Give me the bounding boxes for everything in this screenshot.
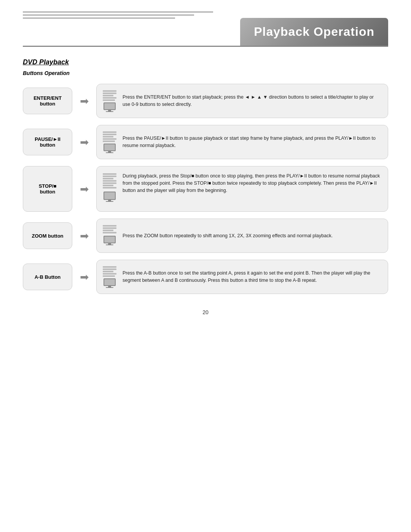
arrow-icon-2: ➡ bbox=[80, 136, 89, 149]
stop-desc-text: During playback, press the Stop/■ button… bbox=[123, 173, 382, 194]
enter-desc-text: Press the ENTER/ENT button to start play… bbox=[123, 94, 382, 108]
zoom-row: ZOOM button ➡ Press the ZOOM button repe… bbox=[23, 219, 388, 253]
sub-title: Buttons Operation bbox=[23, 70, 388, 76]
enter-button-label: ENTER/ENTbutton bbox=[23, 88, 72, 114]
pause-desc-text: Press the PAUSE/►II button to pause play… bbox=[123, 135, 382, 149]
svg-rect-36 bbox=[106, 244, 113, 245]
ab-desc-text: Press the A-B button once to set the sta… bbox=[123, 270, 382, 284]
svg-rect-21 bbox=[103, 180, 116, 182]
header-lines bbox=[23, 11, 213, 21]
svg-rect-28 bbox=[106, 201, 113, 202]
header: Playback Operation bbox=[0, 0, 411, 46]
svg-rect-11 bbox=[103, 136, 113, 137]
svg-rect-2 bbox=[103, 95, 113, 96]
svg-rect-45 bbox=[106, 287, 113, 288]
svg-rect-0 bbox=[103, 90, 116, 92]
arrow-icon-3: ➡ bbox=[80, 183, 89, 195]
monitor-icon-5 bbox=[102, 265, 117, 288]
svg-rect-41 bbox=[103, 275, 115, 277]
pause-button-label: PAUSE/►IIbutton bbox=[23, 129, 72, 155]
monitor-icon bbox=[102, 89, 117, 112]
svg-rect-20 bbox=[103, 178, 113, 179]
svg-rect-4 bbox=[103, 99, 115, 101]
svg-rect-18 bbox=[103, 173, 116, 175]
svg-rect-8 bbox=[106, 111, 113, 112]
ab-button-label: A-B Button bbox=[23, 264, 72, 290]
svg-rect-3 bbox=[103, 97, 116, 99]
monitor-icon-4 bbox=[102, 224, 117, 247]
svg-rect-37 bbox=[103, 266, 116, 268]
main-content: DVD Playback Buttons Operation ENTER/ENT… bbox=[0, 47, 411, 327]
ab-row: A-B Button ➡ Press the A-B button once t… bbox=[23, 260, 388, 294]
svg-rect-12 bbox=[103, 138, 116, 140]
svg-rect-24 bbox=[103, 187, 116, 189]
svg-rect-26 bbox=[104, 192, 115, 199]
section-title: DVD Playback bbox=[23, 58, 388, 66]
svg-rect-30 bbox=[103, 227, 116, 229]
svg-rect-13 bbox=[103, 141, 115, 142]
zoom-desc-text: Press the ZOOM button repeatedly to shif… bbox=[123, 232, 333, 240]
svg-rect-43 bbox=[104, 279, 115, 285]
svg-rect-38 bbox=[103, 268, 116, 270]
svg-rect-34 bbox=[104, 236, 115, 243]
zoom-button-label: ZOOM button bbox=[23, 222, 72, 249]
svg-rect-6 bbox=[104, 103, 115, 109]
svg-rect-39 bbox=[103, 271, 113, 272]
svg-rect-22 bbox=[103, 182, 116, 184]
svg-rect-23 bbox=[103, 185, 113, 186]
svg-rect-19 bbox=[103, 176, 116, 177]
arrow-icon-5: ➡ bbox=[80, 271, 89, 283]
arrow-icon: ➡ bbox=[80, 95, 89, 107]
ab-desc-box: Press the A-B button once to set the sta… bbox=[96, 260, 388, 294]
svg-rect-31 bbox=[103, 230, 113, 231]
pause-row: PAUSE/►IIbutton ➡ Press the PAUSE/►II bu… bbox=[23, 125, 388, 159]
svg-rect-15 bbox=[104, 144, 115, 150]
svg-rect-32 bbox=[103, 232, 116, 233]
stop-row: STOP/■button ➡ During playback, bbox=[23, 166, 388, 212]
monitor-icon-2 bbox=[102, 131, 117, 153]
zoom-desc-box: Press the ZOOM button repeatedly to shif… bbox=[96, 219, 388, 253]
svg-rect-17 bbox=[106, 152, 113, 153]
monitor-icon-3 bbox=[102, 173, 117, 203]
enter-row: ENTER/ENTbutton ➡ Pre bbox=[23, 84, 388, 118]
svg-rect-40 bbox=[103, 273, 116, 275]
svg-rect-10 bbox=[103, 134, 116, 135]
page-title: Playback Operation bbox=[240, 18, 388, 46]
stop-button-label: STOP/■button bbox=[23, 166, 72, 212]
page-number: 20 bbox=[23, 309, 388, 315]
svg-rect-29 bbox=[103, 225, 116, 227]
enter-desc-box: Press the ENTER/ENT button to start play… bbox=[96, 84, 388, 118]
pause-desc-box: Press the PAUSE/►II button to pause play… bbox=[96, 125, 388, 159]
svg-rect-9 bbox=[103, 131, 116, 133]
stop-desc-box: During playback, press the Stop/■ button… bbox=[96, 166, 388, 212]
arrow-icon-4: ➡ bbox=[80, 230, 89, 242]
svg-rect-1 bbox=[103, 93, 116, 94]
